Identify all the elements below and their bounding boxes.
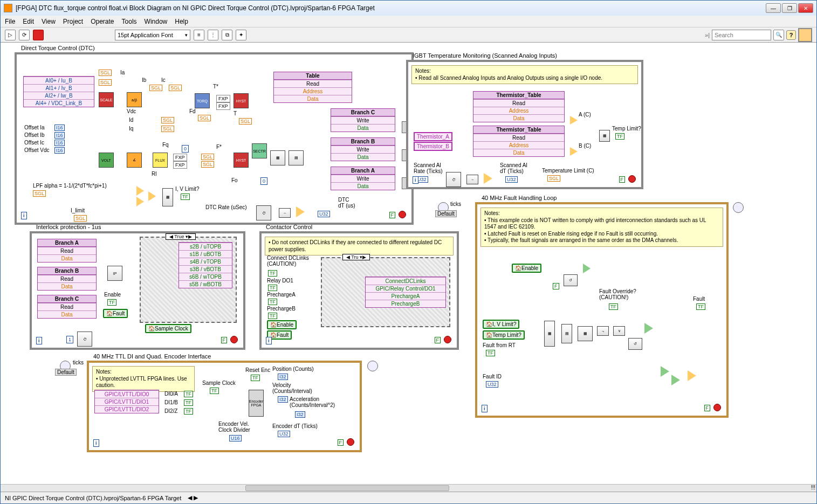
loop-condition-terminal[interactable]: F [435,337,441,343]
case-selector[interactable]: ◀ True ▾▶ [166,233,196,240]
tf-constant-false[interactable]: F [553,283,559,289]
label-default[interactable]: Default [435,210,457,217]
node-dio[interactable]: GPIC/LVTTL/DIO0 GPIC/LVTTL/DIO1 GPIC/LVT… [94,390,159,413]
label-dtc-rate: DTC Rate (uSec) [205,204,247,210]
menu-view[interactable]: View [42,18,56,25]
numeric-constant-zero[interactable]: 0 [260,177,267,185]
align-button[interactable]: ≡ [194,30,204,40]
unbundle-icon[interactable]: ▤ [561,324,572,343]
node-branch-a-read[interactable]: Branch A Read Data [37,239,97,263]
run-button[interactable]: ▷ [5,30,16,40]
subvi-hyst-f[interactable]: HYST [234,153,249,168]
build-array-icon[interactable]: ▦ [162,188,173,206]
scrollbar-thumb[interactable] [245,485,449,491]
local-sample-clock[interactable]: 🏠Sample Clock [145,324,191,333]
feedback-node-icon[interactable]: ↺ [564,274,578,286]
distribute-button[interactable]: ⋮ [208,30,218,40]
gate-icon [644,323,653,334]
not-icon[interactable]: ¬ [597,326,609,336]
menu-edit[interactable]: Edit [23,18,34,25]
feedback-node-icon[interactable]: ↺ [628,338,642,350]
local-temp-limit[interactable]: 🏠Temp Limit? [483,330,525,340]
numeric-constant-one[interactable]: 1 [66,336,73,343]
stop-terminal-icon[interactable] [444,336,451,343]
subvi-sector[interactable]: SECTR [252,143,267,158]
loop-condition-terminal[interactable]: F [221,337,228,343]
block-diagram-canvas[interactable]: Direct Torque Control (DTC) AI0+ / Iu_B … [1,43,816,484]
subvi-torque[interactable]: TORQ [195,93,210,108]
subvi-transform[interactable]: ∡ [127,153,142,168]
subvi-abc-dq[interactable]: a/β [127,92,142,107]
tf-indicator: TF [486,350,495,356]
menu-operate[interactable]: Operate [91,18,114,25]
stop-terminal-icon[interactable] [713,404,721,411]
subvi-loop-timer[interactable]: ⏱ [446,172,461,187]
build-array-icon[interactable]: ▦ [599,130,610,142]
subvi-bundle[interactable]: ▦ [270,150,285,165]
stop-terminal-icon[interactable] [628,175,636,183]
stop-terminal-icon[interactable] [399,211,406,218]
local-enable[interactable]: 🏠Enable [267,320,297,329]
minimize-button[interactable]: — [766,3,781,13]
search-button[interactable]: 🔍 [773,30,784,40]
node-thermistor-table-a[interactable]: Thermistor_Table Read Address Data [473,91,565,122]
titlebar[interactable]: [FPGA] DTC flux_torque control float.vi … [1,1,816,16]
node-analog-inputs[interactable]: AI0+ / Iu_B AI1+ / Iv_B AI2+ / Iw_B AI4+… [23,76,94,107]
io-thermistor-b[interactable]: Thermistor_B [414,142,452,151]
menu-file[interactable]: File [5,18,15,25]
subvi-interlock[interactable]: IP [107,266,122,281]
abort-button[interactable] [33,30,44,40]
subvi-encoder-fpga[interactable]: EncoderFPGA [249,390,264,417]
menu-project[interactable]: Project [63,18,83,25]
node-branch-a[interactable]: Branch A Write Data [331,167,395,190]
or-icon[interactable]: ∨ [613,326,625,336]
loop-condition-terminal[interactable]: F [704,405,711,411]
node-table[interactable]: Table Read Address Data [273,72,352,103]
node-branch-c-read[interactable]: Branch C Read Data [37,295,97,319]
menu-help[interactable]: Help [175,18,188,25]
node-thermistor-table-b[interactable]: Thermistor_Table Read Address Data [473,126,565,157]
local-fault[interactable]: 🏠Fault [103,309,128,318]
font-selector[interactable]: 15pt Application Font [115,30,190,40]
subvi-flux[interactable]: FLUX [153,153,168,168]
node-branch-c[interactable]: Branch C Write Data [331,108,395,132]
subvi-loop-timer[interactable]: ⏱ [256,205,271,220]
stop-terminal-icon[interactable] [347,438,354,446]
io-thermistor-a[interactable]: Thermistor_A [414,132,452,141]
subvi-select[interactable]: ▤ [289,150,304,165]
local-iv-limit[interactable]: 🏠I, V Limit? [483,320,519,329]
subvi-hyst-t[interactable]: HYST [234,93,249,108]
horizontal-scrollbar[interactable]: !!! [1,484,816,492]
node-branch-b-read[interactable]: Branch B Read Data [37,267,97,291]
cleanup-button[interactable]: ✦ [236,30,246,40]
label-default[interactable]: Default [55,369,77,376]
node-branch-b[interactable]: Branch B Write Data [331,137,395,161]
search-input[interactable]: Search [712,30,771,40]
menu-tools[interactable]: Tools [122,18,137,25]
build-array-icon[interactable]: ▦ [544,321,555,347]
loop-condition-terminal[interactable]: F [389,212,396,218]
stop-terminal-icon[interactable] [230,336,238,343]
node-relay-outputs[interactable]: ConnectDCLinks GPIC/Relay Control/DO1 Pr… [365,277,446,308]
numeric-constant-zero[interactable]: 0 [182,145,189,153]
subvi-loop-timer[interactable]: ⏱ [77,332,92,347]
subvi-boolean-array[interactable]: ▦ [578,326,593,341]
menu-window[interactable]: Window [145,18,168,25]
vi-icon[interactable] [798,28,812,42]
label-vdc: Vdc [127,108,136,114]
run-cont-button[interactable]: ⟳ [19,30,30,40]
case-selector[interactable]: ◀ Tru ▾▶ [342,254,370,260]
close-button[interactable]: ✕ [798,3,813,13]
loop-condition-terminal[interactable]: F [619,176,626,183]
label-temp-limit: Temp Limit? [612,126,641,132]
node-half-bridge[interactable]: s2B / uTOPB s1B / uBOTB s4B / vTOPB s3B … [178,242,232,288]
subtract-icon[interactable]: − [466,175,478,184]
local-enable[interactable]: 🏠Enable [512,264,541,273]
loop-condition-terminal[interactable]: F [338,439,344,446]
help-button[interactable]: ? [786,30,796,40]
subvi-volt[interactable]: VOLT [99,153,114,168]
subtract-icon[interactable]: − [279,208,291,218]
maximize-button[interactable]: ❐ [782,3,797,13]
reorder-button[interactable]: ⧉ [222,30,232,40]
subvi-scale[interactable]: SCALE [99,92,114,107]
